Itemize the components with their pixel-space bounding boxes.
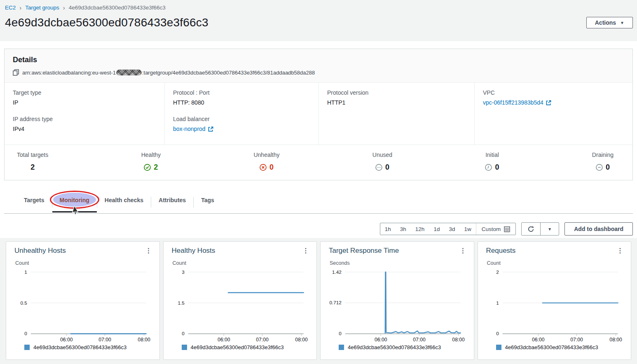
stat-label: Initial [485, 152, 499, 158]
legend-swatch [339, 345, 344, 350]
tab-monitoring[interactable]: Monitoring [52, 196, 97, 213]
breadcrumb-current: 4e69d3dcbae56300ed0786433e3f66c3 [69, 5, 166, 11]
vpc-link[interactable]: vpc-06f15ff213983b5d4 [483, 99, 543, 106]
stat-healthy: Healthy 2 [141, 152, 161, 172]
tab-health-checks[interactable]: Health checks [97, 196, 151, 213]
chart-card-requests: Requests ⋮ Count 01206:0007:0008:00 4e69… [478, 241, 632, 360]
monitoring-toolbar: 1h 3h 12h 1d 3d 1w Custom [0, 220, 637, 238]
tab-tags[interactable]: Tags [194, 196, 222, 213]
kebab-menu-icon[interactable]: ⋮ [301, 247, 311, 255]
time-range-1h[interactable]: 1h [380, 223, 396, 235]
chart-legend: 4e69d3dcbae56300ed0786433e3f66c3 [24, 344, 159, 350]
time-range-3d[interactable]: 3d [444, 223, 459, 235]
stat-value: 0 [385, 163, 389, 172]
svg-text:07:00: 07:00 [256, 337, 269, 343]
details-heading: Details [13, 56, 624, 64]
chart-card-target-response-time: Target Response Time ⋮ Seconds 00.7121.4… [320, 241, 474, 360]
time-range-1w[interactable]: 1w [459, 223, 475, 235]
field-label: IP address type [13, 116, 156, 122]
svg-text:07:00: 07:00 [570, 337, 583, 343]
time-range-3h[interactable]: 3h [396, 223, 411, 235]
stat-value: 0 [606, 163, 610, 172]
svg-text:1.42: 1.42 [332, 269, 342, 275]
details-panel: Details arn:aws:elasticloadbalancing:eu-… [4, 49, 633, 180]
svg-text:0: 0 [24, 331, 27, 336]
stat-initial: Initial 0 [485, 152, 499, 172]
add-to-dashboard-button[interactable]: Add to dashboard [564, 222, 633, 236]
stat-draining: Draining 0 [592, 152, 614, 172]
kebab-menu-icon[interactable]: ⋮ [458, 247, 468, 255]
chart-title: Unhealthy Hosts [14, 247, 66, 255]
svg-text:06:00: 06:00 [60, 337, 73, 343]
stat-value: 0 [495, 163, 499, 172]
svg-text:08:00: 08:00 [609, 337, 622, 343]
refresh-options-button[interactable]: ▼ [540, 223, 559, 235]
copy-icon[interactable] [13, 69, 19, 76]
time-range-1d[interactable]: 1d [429, 223, 444, 235]
charts-area: Unhealthy Hosts ⋮ Count 00.5106:0007:000… [0, 238, 637, 360]
chart-title: Target Response Time [329, 247, 399, 255]
ellipsis-circle-icon [375, 164, 382, 171]
legend-swatch [496, 345, 501, 350]
stat-total-targets: Total targets 2 [17, 152, 48, 172]
field-value-ip-address-type: IPv4 [13, 126, 156, 132]
tab-attributes[interactable]: Attributes [151, 196, 193, 213]
time-range-12h[interactable]: 12h [411, 223, 429, 235]
add-to-dashboard-label: Add to dashboard [574, 226, 623, 232]
field-value-target-type: IP [13, 99, 156, 106]
details-column-1: Target type IP IP address type IPv4 [5, 83, 164, 145]
svg-text:0.5: 0.5 [21, 300, 28, 306]
svg-text:3: 3 [182, 269, 185, 275]
time-range-custom[interactable]: Custom [476, 223, 516, 235]
chart-plot: 00.5106:0007:0008:00 [6, 267, 159, 343]
load-balancer-link[interactable]: box-nonprod [173, 126, 206, 132]
y-axis-unit-label: Seconds [330, 260, 474, 266]
svg-text:0: 0 [339, 331, 342, 336]
page-header: EC2 › Target groups › 4e69d3dcbae56300ed… [0, 0, 637, 41]
tab-label: Tags [201, 197, 214, 203]
legend-swatch [182, 345, 187, 350]
refresh-button[interactable] [522, 223, 540, 235]
tab-targets[interactable]: Targets [16, 196, 52, 213]
x-circle-icon [260, 164, 267, 171]
field-label: Protocol : Port [173, 89, 310, 96]
tab-label: Targets [24, 197, 44, 203]
chart-legend: 4e69d3dcbae56300ed0786433e3f66c3 [339, 344, 474, 350]
kebab-menu-icon[interactable]: ⋮ [144, 247, 154, 255]
custom-label: Custom [482, 226, 501, 232]
refresh-button-group: ▼ [521, 222, 559, 236]
caret-down-icon: ▼ [548, 227, 552, 231]
svg-text:07:00: 07:00 [413, 337, 426, 343]
breadcrumb-ec2[interactable]: EC2 [5, 5, 16, 11]
actions-button-label: Actions [595, 19, 616, 26]
svg-text:0: 0 [496, 331, 499, 336]
breadcrumb-target-groups[interactable]: Target groups [25, 5, 59, 11]
stat-label: Draining [592, 152, 614, 158]
arn-redacted-block [116, 70, 142, 75]
svg-text:0: 0 [182, 331, 185, 336]
y-axis-unit-label: Count [15, 260, 159, 266]
annotation-cursor-icon [72, 206, 80, 217]
actions-button[interactable]: Actions ▼ [586, 17, 633, 28]
legend-swatch [24, 345, 30, 350]
page-title: 4e69d3dcbae56300ed0786433e3f66c3 [5, 16, 208, 29]
check-circle-icon [144, 164, 151, 171]
tab-label: Health checks [105, 197, 143, 203]
svg-text:0.712: 0.712 [330, 300, 342, 305]
kebab-menu-icon[interactable]: ⋮ [615, 247, 625, 255]
chart-legend: 4e69d3dcbae56300ed0786433e3f66c3 [496, 344, 631, 350]
svg-text:1: 1 [24, 269, 27, 275]
field-value-protocol-version: HTTP1 [327, 99, 466, 106]
chart-legend: 4e69d3dcbae56300ed0786433e3f66c3 [182, 344, 317, 350]
external-link-icon [546, 100, 551, 105]
stat-value: 0 [269, 163, 274, 172]
chart-card-healthy-hosts: Healthy Hosts ⋮ Count 01.5306:0007:0008:… [163, 241, 317, 360]
stat-label: Total targets [17, 152, 48, 158]
chevron-right-icon: › [63, 4, 65, 11]
legend-label: 4e69d3dcbae56300ed0786433e3f66c3 [348, 344, 441, 350]
legend-label: 4e69d3dcbae56300ed0786433e3f66c3 [191, 344, 284, 350]
breadcrumb: EC2 › Target groups › 4e69d3dcbae56300ed… [5, 4, 633, 11]
time-range-group: 1h 3h 12h 1d 3d 1w Custom [380, 223, 516, 235]
external-link-icon [208, 126, 213, 132]
svg-text:08:00: 08:00 [295, 337, 308, 343]
